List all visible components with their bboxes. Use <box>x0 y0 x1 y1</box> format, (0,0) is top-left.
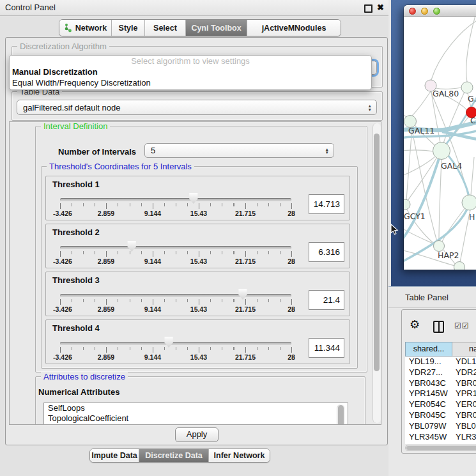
settings-scroll-viewport: Interval Definition Number of Intervals … <box>9 121 381 425</box>
tick-label: 28 <box>288 305 295 313</box>
numerical-attributes-label: Numerical Attributes <box>38 387 119 397</box>
panel-title: Control Panel <box>5 3 56 12</box>
network-edges <box>404 17 476 266</box>
svg-text:GCY1: GCY1 <box>404 211 426 221</box>
number-of-intervals-label: Number of Intervals <box>58 147 136 157</box>
zoom-traffic-light-icon[interactable] <box>433 8 440 15</box>
node-bottom <box>454 262 465 270</box>
tick-label: 9.144 <box>144 210 161 217</box>
tab-jactivemnodules[interactable]: jActiveMNodules <box>247 20 341 36</box>
checkbox-icons[interactable]: ☑☑ <box>454 321 470 330</box>
settings-scrollbar[interactable] <box>372 123 381 423</box>
svg-text:C: C <box>470 116 476 125</box>
combo-value: galFiltered.sif default node <box>23 103 120 112</box>
tick-label: 15.43 <box>190 305 207 313</box>
tick-label: -3.426 <box>53 353 72 361</box>
threshold-2-slider-thumb[interactable] <box>127 241 137 252</box>
table-rows: YDL19...YDL1 YDR27...YDR2 YBR043CYBR0 YP… <box>405 357 476 444</box>
tick-label: 9.144 <box>144 305 161 313</box>
table-row[interactable]: YDR27...YDR2 <box>405 367 476 378</box>
top-tab-strip: Network Style Select Cyni Toolbox jActiv… <box>59 19 341 36</box>
list-scrollbar[interactable] <box>337 404 345 425</box>
thresholds-group: Threshold's Coordinates for 5 Intervals … <box>41 166 358 369</box>
node-gcy1 <box>404 199 410 210</box>
node-g <box>461 82 473 93</box>
threshold-2-panel: Threshold 2 -3.426 2.859 9.144 15.43 21.… <box>45 224 350 268</box>
tick-label: 28 <box>288 210 295 217</box>
column-header-name[interactable]: na <box>452 342 476 357</box>
threshold-2-value-field[interactable]: 6.316 <box>309 242 344 262</box>
tick-label: 15.43 <box>190 353 207 361</box>
tick-label: 21.715 <box>235 353 256 361</box>
tab-discretize-data[interactable]: Discretize Data <box>139 449 209 462</box>
number-of-intervals-combobox[interactable]: 5 ▲▼ <box>144 143 334 158</box>
list-item[interactable]: BetweennessCentrality <box>44 423 348 425</box>
tick-label: 15.43 <box>190 210 207 217</box>
threshold-1-slider[interactable] <box>60 198 291 201</box>
threshold-1-panel: Threshold 1 -3.426 2.859 9.144 15.43 21.… <box>45 176 350 220</box>
tab-network[interactable]: Network <box>59 20 112 36</box>
network-window-titlebar <box>404 5 476 17</box>
close-icon[interactable]: ✖ <box>377 3 384 12</box>
tick-label: 2.859 <box>98 353 114 361</box>
dropdown-prompt[interactable]: Select algorithm to view settings <box>10 56 371 66</box>
tick-label: 9.144 <box>144 353 161 361</box>
dropdown-option-equal-width[interactable]: Equal Width/Frequency Discretization <box>10 77 371 88</box>
list-item[interactable]: TopologicalCoefficient <box>44 413 348 424</box>
tab-select[interactable]: Select <box>145 20 186 36</box>
tab-style[interactable]: Style <box>112 20 145 36</box>
mouse-cursor <box>390 224 399 236</box>
tick-label: -3.426 <box>53 305 72 313</box>
split-columns-icon[interactable] <box>433 321 444 333</box>
threshold-label: Threshold 3 <box>52 275 100 285</box>
attributes-group: Attributes to discretize Numerical Attri… <box>35 376 365 425</box>
right-region: GAL80 G. C GAL11 GAL4 GCY1 H HAP2 Table … <box>388 0 476 476</box>
group-label: Interval Definition <box>41 121 110 131</box>
threshold-3-slider-thumb[interactable] <box>238 289 247 300</box>
table-row[interactable]: YDL19...YDL1 <box>405 357 476 367</box>
gear-icon[interactable]: ⚙ <box>410 318 420 331</box>
table-row[interactable]: YER054CYER0 <box>405 399 476 410</box>
threshold-4-slider-thumb[interactable] <box>164 337 174 348</box>
threshold-4-value-field[interactable]: 11.344 <box>309 338 344 358</box>
dropdown-option-manual[interactable]: Manual Discretization <box>10 66 371 77</box>
column-header-shared-name[interactable]: shared... <box>405 342 452 357</box>
combo-value: 5 <box>151 146 155 155</box>
table-row[interactable]: YIL052CYIL0 <box>405 442 476 444</box>
interval-definition-group: Interval Definition Number of Intervals … <box>35 126 367 372</box>
minimize-traffic-light-icon[interactable] <box>421 8 428 15</box>
table-data-combobox[interactable]: galFiltered.sif default node ▲▼ <box>17 100 377 115</box>
tick-label: 2.859 <box>98 305 114 313</box>
close-traffic-light-icon[interactable] <box>409 8 416 15</box>
threshold-3-value-field[interactable]: 21.4 <box>309 290 344 310</box>
table-row[interactable]: YBL079WYBL0 <box>405 421 476 432</box>
table-panel: ⚙ ☑☑ shared... na YDL19...YDL1 YDR27...Y… <box>401 309 476 454</box>
threshold-4-panel: Threshold 4 -3.426 2.859 9.144 15.43 21.… <box>45 319 350 364</box>
threshold-2-slider[interactable] <box>60 246 291 249</box>
tab-infer-network[interactable]: Infer Network <box>209 449 270 462</box>
tab-cyni-toolbox[interactable]: Cyni Toolbox <box>186 20 247 36</box>
threshold-3-slider[interactable] <box>60 294 291 297</box>
svg-text:H: H <box>469 212 475 222</box>
network-canvas[interactable]: GAL80 G. C GAL11 GAL4 GCY1 H HAP2 <box>404 17 476 270</box>
threshold-1-slider-thumb[interactable] <box>188 193 198 204</box>
table-horizontal-scrollbar[interactable] <box>405 445 476 451</box>
tick-label: 9.144 <box>144 257 161 265</box>
slider-major-ticks <box>60 251 292 257</box>
list-item[interactable]: SelfLoops <box>44 403 348 413</box>
svg-text:GAL11: GAL11 <box>408 126 434 135</box>
tick-label: 2.859 <box>98 257 114 265</box>
group-label: Discretization Algorithm <box>17 42 109 51</box>
svg-text:G.: G. <box>468 94 476 104</box>
network-icon <box>64 23 72 33</box>
table-row[interactable]: YBR043CYBR0 <box>405 378 476 389</box>
tab-impute-data[interactable]: Impute Data <box>90 449 139 462</box>
apply-button[interactable]: Apply <box>175 427 219 442</box>
table-row[interactable]: YPR145WYPR1 <box>405 388 476 399</box>
tick-label: 21.715 <box>235 305 256 313</box>
threshold-1-value-field[interactable]: 14.713 <box>309 194 344 214</box>
table-row[interactable]: YLR345WYLR3 <box>405 432 476 443</box>
table-row[interactable]: YBR045CYBR0 <box>405 410 476 421</box>
threshold-4-slider[interactable] <box>60 342 291 345</box>
float-window-icon[interactable] <box>364 4 372 13</box>
